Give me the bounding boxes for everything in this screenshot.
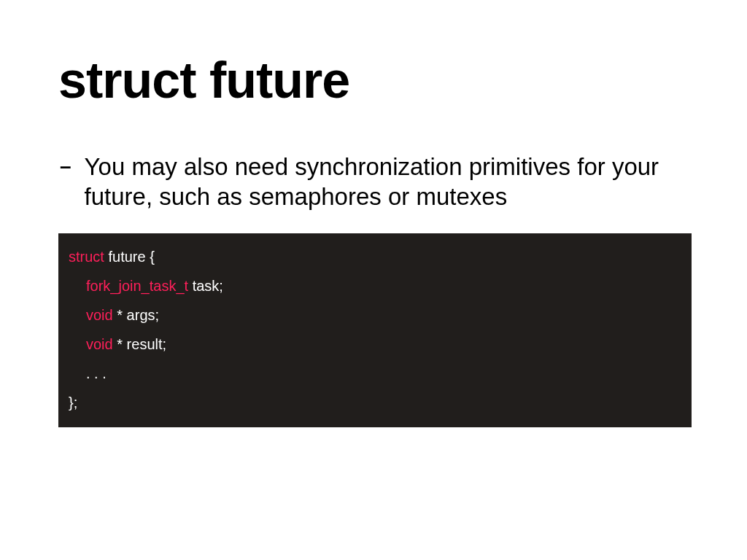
code-text: }; xyxy=(69,394,77,411)
code-keyword: fork_join_task_t xyxy=(86,278,188,294)
code-block: struct future { fork_join_task_t task; v… xyxy=(58,233,692,427)
slide-title: struct future xyxy=(58,51,349,109)
code-keyword: struct xyxy=(69,249,104,265)
code-text: task; xyxy=(188,278,223,294)
code-line-3: void * args; xyxy=(69,300,681,330)
code-keyword: void xyxy=(86,307,113,323)
code-text: future { xyxy=(104,249,155,265)
code-line-4: void * result; xyxy=(69,330,681,359)
slide: struct future – You may also need synchr… xyxy=(0,0,747,560)
bullet-dash: – xyxy=(60,155,71,178)
code-line-5: . . . xyxy=(69,359,681,388)
code-text: * result; xyxy=(113,336,166,352)
code-keyword: void xyxy=(86,336,113,352)
bullet-text: You may also need synchronization primit… xyxy=(85,152,690,212)
code-line-1: struct future { xyxy=(69,242,681,271)
code-line-6: }; xyxy=(69,388,681,417)
code-text: * args; xyxy=(113,307,159,323)
code-line-2: fork_join_task_t task; xyxy=(69,271,681,300)
bullet-item: – You may also need synchronization prim… xyxy=(60,152,703,212)
code-text: . . . xyxy=(86,365,107,381)
